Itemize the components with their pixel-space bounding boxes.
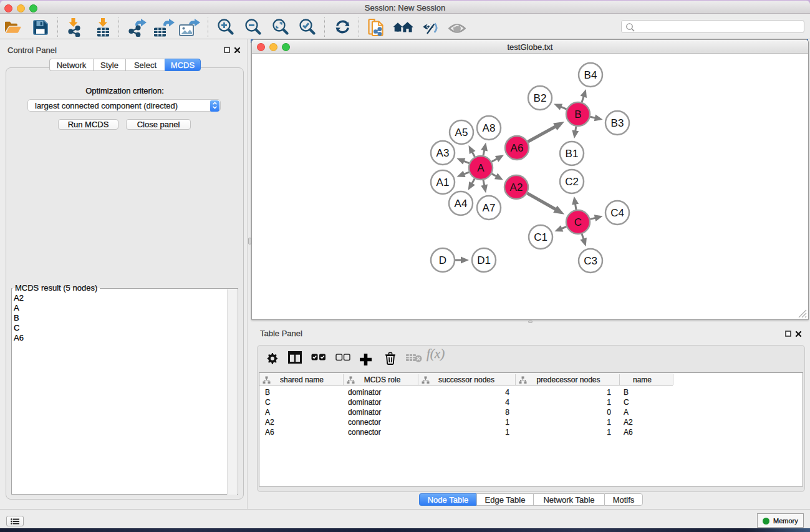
svg-text:B1: B1: [566, 148, 579, 160]
svg-text:A4: A4: [455, 198, 468, 210]
svg-text:C1: C1: [534, 231, 547, 243]
svg-text:A1: A1: [436, 177, 450, 188]
svg-text:D1: D1: [477, 254, 491, 266]
svg-text:A6: A6: [511, 142, 524, 154]
svg-text:A5: A5: [455, 127, 468, 138]
svg-text:D: D: [439, 254, 446, 266]
svg-text:B: B: [574, 109, 581, 120]
svg-text:A: A: [477, 162, 485, 174]
svg-text:A2: A2: [510, 181, 523, 193]
svg-text:C3: C3: [584, 255, 597, 267]
svg-text:B2: B2: [534, 92, 547, 104]
svg-text:C2: C2: [565, 176, 579, 188]
svg-text:C: C: [574, 216, 582, 228]
svg-text:C4: C4: [610, 207, 624, 219]
svg-text:A3: A3: [436, 147, 450, 159]
svg-text:B4: B4: [584, 69, 597, 81]
svg-text:A7: A7: [483, 202, 496, 214]
svg-text:A8: A8: [483, 122, 496, 134]
svg-text:B3: B3: [611, 117, 624, 129]
